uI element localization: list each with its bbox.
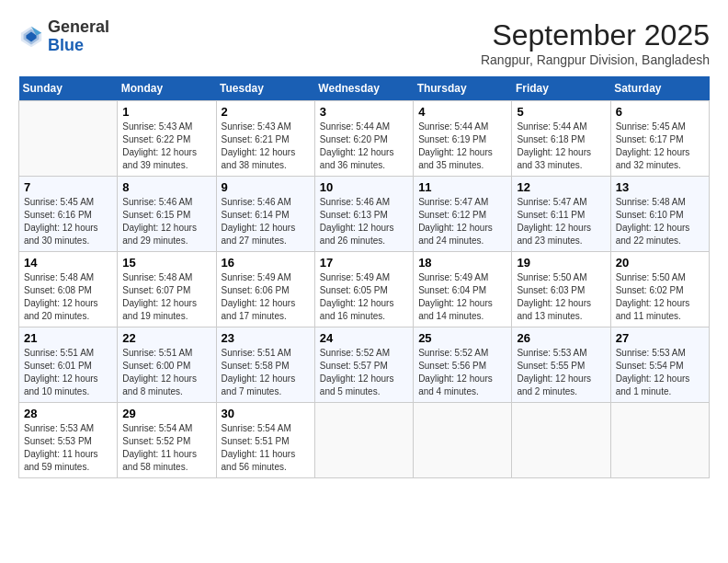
day-info: Sunrise: 5:53 AM Sunset: 5:54 PM Dayligh…	[616, 347, 704, 398]
day-number: 21	[24, 331, 112, 345]
calendar-cell: 26Sunrise: 5:53 AM Sunset: 5:55 PM Dayli…	[512, 327, 610, 403]
day-number: 15	[122, 256, 210, 270]
day-number: 18	[418, 256, 506, 270]
day-number: 8	[122, 180, 210, 194]
weekday-header: Saturday	[610, 76, 709, 101]
calendar-cell: 24Sunrise: 5:52 AM Sunset: 5:57 PM Dayli…	[314, 327, 413, 403]
day-number: 22	[122, 331, 210, 345]
day-info: Sunrise: 5:50 AM Sunset: 6:03 PM Dayligh…	[517, 271, 605, 323]
day-number: 12	[517, 180, 605, 194]
day-number: 27	[616, 331, 704, 345]
calendar-cell: 16Sunrise: 5:49 AM Sunset: 6:06 PM Dayli…	[216, 252, 314, 327]
day-info: Sunrise: 5:44 AM Sunset: 6:19 PM Dayligh…	[418, 121, 506, 172]
day-number: 13	[616, 180, 704, 194]
location: Rangpur, Rangpur Division, Bangladesh	[481, 52, 710, 67]
calendar-cell: 15Sunrise: 5:48 AM Sunset: 6:07 PM Dayli…	[118, 252, 216, 327]
day-info: Sunrise: 5:54 AM Sunset: 5:51 PM Dayligh…	[222, 422, 310, 474]
calendar-cell: 22Sunrise: 5:51 AM Sunset: 6:00 PM Dayli…	[118, 327, 216, 403]
calendar-cell	[610, 403, 709, 478]
day-number: 2	[222, 105, 310, 119]
calendar-week-row: 7Sunrise: 5:45 AM Sunset: 6:16 PM Daylig…	[19, 177, 710, 252]
calendar-cell: 7Sunrise: 5:45 AM Sunset: 6:16 PM Daylig…	[19, 177, 118, 252]
calendar-cell	[512, 403, 610, 478]
calendar-week-row: 1Sunrise: 5:43 AM Sunset: 6:22 PM Daylig…	[19, 101, 710, 177]
day-number: 14	[24, 256, 112, 270]
weekday-header-row: SundayMondayTuesdayWednesdayThursdayFrid…	[19, 76, 710, 101]
calendar-cell	[19, 101, 118, 177]
calendar-cell: 3Sunrise: 5:44 AM Sunset: 6:20 PM Daylig…	[314, 101, 413, 177]
logo-text: General Blue	[48, 18, 109, 55]
weekday-header: Monday	[118, 76, 216, 101]
calendar-cell: 5Sunrise: 5:44 AM Sunset: 6:18 PM Daylig…	[512, 101, 610, 177]
calendar-cell: 4Sunrise: 5:44 AM Sunset: 6:19 PM Daylig…	[414, 101, 512, 177]
day-number: 23	[222, 331, 310, 345]
day-info: Sunrise: 5:44 AM Sunset: 6:18 PM Dayligh…	[517, 121, 605, 172]
day-number: 7	[24, 180, 112, 194]
day-number: 30	[222, 407, 310, 420]
calendar-week-row: 28Sunrise: 5:53 AM Sunset: 5:53 PM Dayli…	[19, 403, 710, 478]
day-number: 1	[122, 105, 210, 119]
day-info: Sunrise: 5:52 AM Sunset: 5:56 PM Dayligh…	[418, 347, 506, 398]
day-info: Sunrise: 5:49 AM Sunset: 6:05 PM Dayligh…	[320, 271, 408, 323]
calendar-cell: 29Sunrise: 5:54 AM Sunset: 5:52 PM Dayli…	[118, 403, 216, 478]
calendar-cell: 11Sunrise: 5:47 AM Sunset: 6:12 PM Dayli…	[414, 177, 512, 252]
calendar-table: SundayMondayTuesdayWednesdayThursdayFrid…	[18, 76, 710, 478]
logo: General Blue	[18, 18, 109, 55]
weekday-header: Sunday	[19, 76, 118, 101]
calendar-week-row: 21Sunrise: 5:51 AM Sunset: 6:01 PM Dayli…	[19, 327, 710, 403]
day-info: Sunrise: 5:45 AM Sunset: 6:17 PM Dayligh…	[616, 121, 704, 172]
day-info: Sunrise: 5:52 AM Sunset: 5:57 PM Dayligh…	[320, 347, 408, 398]
day-info: Sunrise: 5:43 AM Sunset: 6:21 PM Dayligh…	[222, 121, 310, 172]
calendar-cell: 17Sunrise: 5:49 AM Sunset: 6:05 PM Dayli…	[314, 252, 413, 327]
day-number: 26	[517, 331, 605, 345]
day-info: Sunrise: 5:47 AM Sunset: 6:11 PM Dayligh…	[517, 196, 605, 247]
day-number: 24	[320, 331, 408, 345]
calendar-cell: 13Sunrise: 5:48 AM Sunset: 6:10 PM Dayli…	[610, 177, 709, 252]
day-number: 9	[222, 180, 310, 194]
day-number: 29	[122, 407, 210, 420]
day-info: Sunrise: 5:44 AM Sunset: 6:20 PM Dayligh…	[320, 121, 408, 172]
day-number: 25	[418, 331, 506, 345]
calendar-cell	[414, 403, 512, 478]
day-info: Sunrise: 5:54 AM Sunset: 5:52 PM Dayligh…	[122, 422, 210, 474]
calendar-cell: 27Sunrise: 5:53 AM Sunset: 5:54 PM Dayli…	[610, 327, 709, 403]
day-number: 11	[418, 180, 506, 194]
day-info: Sunrise: 5:51 AM Sunset: 6:00 PM Dayligh…	[122, 347, 210, 398]
title-block: September 2025 Rangpur, Rangpur Division…	[481, 18, 710, 67]
weekday-header: Thursday	[414, 76, 512, 101]
calendar-cell: 2Sunrise: 5:43 AM Sunset: 6:21 PM Daylig…	[216, 101, 314, 177]
day-number: 16	[222, 256, 310, 270]
weekday-header: Wednesday	[314, 76, 413, 101]
day-number: 20	[616, 256, 704, 270]
calendar-week-row: 14Sunrise: 5:48 AM Sunset: 6:08 PM Dayli…	[19, 252, 710, 327]
calendar-cell: 25Sunrise: 5:52 AM Sunset: 5:56 PM Dayli…	[414, 327, 512, 403]
logo-icon	[18, 24, 44, 50]
calendar-cell: 6Sunrise: 5:45 AM Sunset: 6:17 PM Daylig…	[610, 101, 709, 177]
calendar-cell: 23Sunrise: 5:51 AM Sunset: 5:58 PM Dayli…	[216, 327, 314, 403]
day-info: Sunrise: 5:48 AM Sunset: 6:07 PM Dayligh…	[122, 271, 210, 323]
day-info: Sunrise: 5:48 AM Sunset: 6:10 PM Dayligh…	[616, 196, 704, 247]
day-info: Sunrise: 5:47 AM Sunset: 6:12 PM Dayligh…	[418, 196, 506, 247]
day-number: 10	[320, 180, 408, 194]
day-info: Sunrise: 5:49 AM Sunset: 6:04 PM Dayligh…	[418, 271, 506, 323]
day-info: Sunrise: 5:46 AM Sunset: 6:13 PM Dayligh…	[320, 196, 408, 247]
calendar-cell: 1Sunrise: 5:43 AM Sunset: 6:22 PM Daylig…	[118, 101, 216, 177]
day-info: Sunrise: 5:49 AM Sunset: 6:06 PM Dayligh…	[222, 271, 310, 323]
day-info: Sunrise: 5:53 AM Sunset: 5:53 PM Dayligh…	[24, 422, 112, 474]
day-number: 6	[616, 105, 704, 119]
day-number: 28	[24, 407, 112, 420]
weekday-header: Tuesday	[216, 76, 314, 101]
calendar-cell: 12Sunrise: 5:47 AM Sunset: 6:11 PM Dayli…	[512, 177, 610, 252]
calendar-cell	[314, 403, 413, 478]
day-info: Sunrise: 5:46 AM Sunset: 6:15 PM Dayligh…	[122, 196, 210, 247]
day-info: Sunrise: 5:51 AM Sunset: 6:01 PM Dayligh…	[24, 347, 112, 398]
day-info: Sunrise: 5:53 AM Sunset: 5:55 PM Dayligh…	[517, 347, 605, 398]
day-info: Sunrise: 5:43 AM Sunset: 6:22 PM Dayligh…	[122, 121, 210, 172]
calendar-cell: 28Sunrise: 5:53 AM Sunset: 5:53 PM Dayli…	[19, 403, 118, 478]
day-info: Sunrise: 5:50 AM Sunset: 6:02 PM Dayligh…	[616, 271, 704, 323]
day-info: Sunrise: 5:46 AM Sunset: 6:14 PM Dayligh…	[222, 196, 310, 247]
day-number: 4	[418, 105, 506, 119]
day-number: 5	[517, 105, 605, 119]
calendar-cell: 14Sunrise: 5:48 AM Sunset: 6:08 PM Dayli…	[19, 252, 118, 327]
calendar-cell: 20Sunrise: 5:50 AM Sunset: 6:02 PM Dayli…	[610, 252, 709, 327]
